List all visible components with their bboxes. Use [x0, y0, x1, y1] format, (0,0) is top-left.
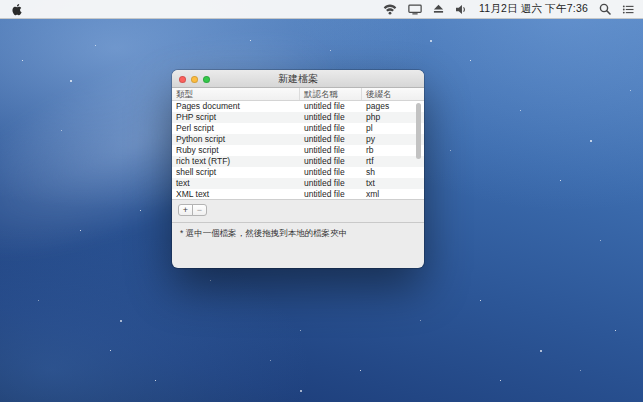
cell-type: rich text (RTF) — [172, 156, 300, 167]
cell-default-name: untitled file — [300, 178, 362, 189]
window-title: 新建檔案 — [278, 72, 318, 86]
table-header-row: 類型 默認名稱 後綴名 — [172, 88, 424, 101]
table-row[interactable]: Python script untitled file py — [172, 134, 424, 145]
header-extension: 後綴名 — [362, 88, 424, 100]
traffic-lights — [179, 76, 210, 83]
close-button[interactable] — [179, 76, 186, 83]
cell-type: Ruby script — [172, 145, 300, 156]
cell-type: Python script — [172, 134, 300, 145]
eject-icon[interactable] — [433, 4, 444, 14]
instruction-note: * 選中一個檔案，然後拖拽到本地的檔案夾中 — [180, 228, 416, 239]
footer-divider — [172, 222, 424, 223]
window-title-bar[interactable]: 新建檔案 — [172, 70, 424, 88]
display-icon[interactable] — [408, 4, 422, 15]
cell-type: shell script — [172, 167, 300, 178]
cell-type: text — [172, 178, 300, 189]
cell-default-name: untitled file — [300, 167, 362, 178]
cell-type: Perl script — [172, 123, 300, 134]
spotlight-search-icon[interactable] — [599, 3, 611, 15]
minimize-button[interactable] — [191, 76, 198, 83]
cell-default-name: untitled file — [300, 134, 362, 145]
wifi-icon[interactable] — [383, 4, 397, 15]
header-type: 類型 — [172, 88, 300, 100]
zoom-button[interactable] — [203, 76, 210, 83]
table-row[interactable]: rich text (RTF) untitled file rtf — [172, 156, 424, 167]
menu-bar: 11月2日 週六 下午7:36 — [0, 0, 643, 19]
notification-center-icon[interactable] — [622, 4, 634, 15]
remove-button[interactable]: − — [192, 204, 207, 216]
add-button[interactable]: + — [178, 204, 193, 216]
volume-icon[interactable] — [455, 4, 468, 15]
cell-default-name: untitled file — [300, 101, 362, 112]
table-row[interactable]: PHP script untitled file php — [172, 112, 424, 123]
menu-bar-clock[interactable]: 11月2日 週六 下午7:36 — [479, 2, 588, 16]
scrollbar-thumb[interactable] — [416, 103, 421, 159]
cell-type: XML text — [172, 189, 300, 200]
header-default-name: 默認名稱 — [300, 88, 362, 100]
cell-default-name: untitled file — [300, 156, 362, 167]
table-scrollbar[interactable] — [415, 102, 423, 198]
table-row[interactable]: text untitled file txt — [172, 178, 424, 189]
table-row[interactable]: XML text untitled file xml — [172, 189, 424, 200]
table-row[interactable]: Ruby script untitled file rb — [172, 145, 424, 156]
table-body: Pages document untitled file pages PHP s… — [172, 101, 424, 200]
apple-menu-icon[interactable] — [11, 3, 22, 16]
cell-type: Pages document — [172, 101, 300, 112]
table-row[interactable]: shell script untitled file sh — [172, 167, 424, 178]
cell-type: PHP script — [172, 112, 300, 123]
cell-default-name: untitled file — [300, 189, 362, 200]
cell-default-name: untitled file — [300, 145, 362, 156]
cell-default-name: untitled file — [300, 123, 362, 134]
file-type-table: 類型 默認名稱 後綴名 Pages document untitled file… — [172, 88, 424, 200]
table-row[interactable]: Pages document untitled file pages — [172, 101, 424, 112]
add-remove-controls: + − — [178, 204, 424, 216]
new-file-window: 新建檔案 類型 默認名稱 後綴名 Pages document untitled… — [172, 70, 424, 268]
cell-default-name: untitled file — [300, 112, 362, 123]
table-row[interactable]: Perl script untitled file pl — [172, 123, 424, 134]
